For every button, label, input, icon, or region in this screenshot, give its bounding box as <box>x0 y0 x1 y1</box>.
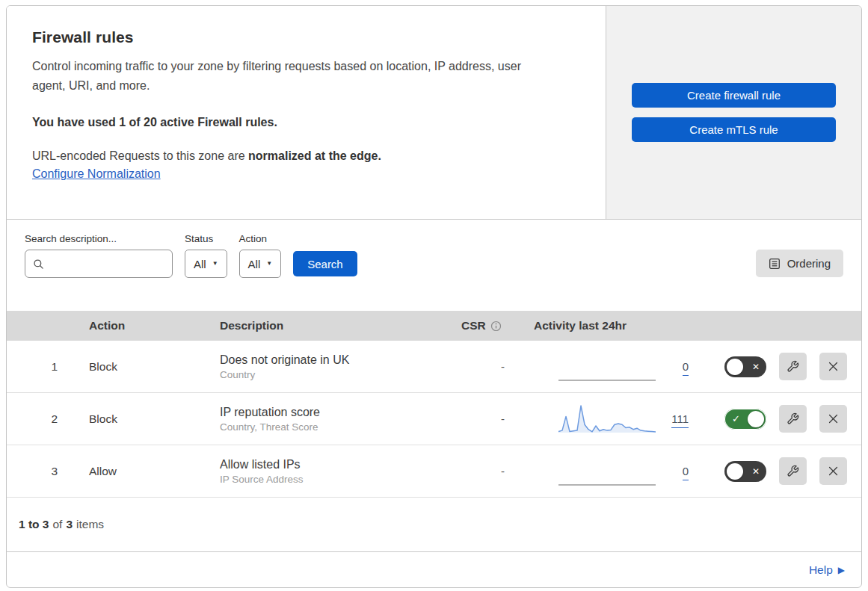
actions-panel: Create firewall rule Create mTLS rule <box>606 6 861 219</box>
page-title: Firewall rules <box>32 28 553 46</box>
description-column-header: Description <box>205 319 440 332</box>
delete-rule-button[interactable] <box>819 457 847 485</box>
arrow-right-icon: ▶ <box>838 565 845 575</box>
toggle-knob <box>748 411 764 427</box>
edit-rule-button[interactable] <box>779 353 807 380</box>
status-select[interactable]: All ▼ <box>185 250 227 278</box>
pagination-summary: 1 to 3 of 3 items <box>7 498 861 551</box>
toggle-knob <box>727 463 743 480</box>
pagination-of-label: of <box>52 518 62 531</box>
rule-action: Allow <box>74 465 205 478</box>
rule-description: IP reputation score <box>220 406 440 419</box>
rule-enabled-toggle[interactable]: ✓ ✕ <box>724 356 766 377</box>
usage-note: You have used 1 of 20 active Firewall ru… <box>32 116 553 129</box>
wrench-icon <box>787 465 799 477</box>
rule-criteria: Country <box>220 369 440 380</box>
rule-csr-value: - <box>440 360 523 373</box>
activity-column-header: Activity last 24hr <box>523 319 695 332</box>
action-select[interactable]: All ▼ <box>239 250 282 278</box>
chevron-down-icon: ▼ <box>266 261 272 267</box>
pagination-items-label: items <box>76 518 104 531</box>
table-row: 1 Block Does not originate in UK Country… <box>7 341 861 393</box>
chevron-down-icon: ▼ <box>212 261 218 267</box>
normalization-note: URL-encoded Requests to this zone are no… <box>32 149 553 163</box>
header-section: Firewall rules Control incoming traffic … <box>7 6 861 220</box>
toggle-knob <box>727 359 743 375</box>
action-column-header: Action <box>74 319 205 332</box>
rule-criteria: Country, Threat Score <box>220 421 440 433</box>
rule-priority: 1 <box>7 360 74 374</box>
csr-column-header: CSR <box>461 319 486 332</box>
edit-rule-button[interactable] <box>779 405 807 433</box>
rule-priority: 2 <box>7 412 74 426</box>
list-icon <box>769 258 781 270</box>
close-icon <box>827 412 840 425</box>
x-icon: ✕ <box>752 466 760 475</box>
action-selected-value: All <box>248 258 261 270</box>
rule-csr-value: - <box>440 412 523 425</box>
search-input-wrapper <box>25 250 173 278</box>
table-row: 2 Block IP reputation score Country, Thr… <box>7 393 861 445</box>
search-icon <box>33 259 44 270</box>
create-firewall-rule-button[interactable]: Create firewall rule <box>632 83 836 108</box>
info-icon[interactable] <box>490 321 502 332</box>
rule-action: Block <box>74 412 205 426</box>
wrench-icon <box>787 412 799 425</box>
edit-rule-button[interactable] <box>779 457 807 485</box>
search-input[interactable] <box>49 258 164 270</box>
table-header-row: Action Description CSR Activity last 24h… <box>7 311 861 341</box>
check-icon: ✓ <box>732 414 740 424</box>
help-link[interactable]: Help ▶ <box>809 563 845 577</box>
rule-priority: 3 <box>7 465 74 478</box>
close-icon <box>827 360 840 373</box>
page-description: Control incoming traffic to your zone by… <box>32 57 553 96</box>
activity-sparkline <box>558 456 656 487</box>
rule-enabled-toggle[interactable]: ✓ ✕ <box>724 461 766 482</box>
activity-sparkline <box>558 403 656 435</box>
activity-count-link[interactable]: 0 <box>656 465 689 477</box>
configure-normalization-link[interactable]: Configure Normalization <box>32 167 161 181</box>
pagination-total: 3 <box>66 518 73 531</box>
rule-action: Block <box>74 360 205 374</box>
search-button[interactable]: Search <box>293 251 357 276</box>
activity-count-link[interactable]: 111 <box>656 412 689 425</box>
rule-description: Does not originate in UK <box>220 353 440 367</box>
activity-sparkline <box>558 351 656 383</box>
status-selected-value: All <box>194 258 206 270</box>
x-icon: ✕ <box>752 362 760 371</box>
rule-description: Allow listed IPs <box>220 458 440 471</box>
create-mtls-rule-button[interactable]: Create mTLS rule <box>632 117 836 142</box>
wrench-icon <box>787 360 799 373</box>
filter-bar: Search description... Status All ▼ Actio… <box>7 220 861 303</box>
pagination-range: 1 to 3 <box>19 518 49 531</box>
search-label: Search description... <box>25 233 173 244</box>
action-label: Action <box>239 233 282 244</box>
ordering-button[interactable]: Ordering <box>756 250 843 277</box>
intro-card: Firewall rules Control incoming traffic … <box>7 6 606 219</box>
activity-count-link[interactable]: 0 <box>656 360 689 373</box>
help-bar: Help ▶ <box>7 551 861 587</box>
rules-table: Action Description CSR Activity last 24h… <box>7 311 861 498</box>
delete-rule-button[interactable] <box>819 405 847 433</box>
table-row: 3 Allow Allow listed IPs IP Source Addre… <box>7 445 861 498</box>
help-link-label: Help <box>809 563 833 577</box>
rule-criteria: IP Source Address <box>220 474 440 485</box>
status-label: Status <box>185 233 227 244</box>
ordering-button-label: Ordering <box>787 257 831 270</box>
delete-rule-button[interactable] <box>819 353 847 380</box>
rule-csr-value: - <box>440 465 523 477</box>
firewall-rules-panel: Firewall rules Control incoming traffic … <box>6 5 862 588</box>
rule-enabled-toggle[interactable]: ✓ ✕ <box>724 409 766 430</box>
close-icon <box>827 465 840 477</box>
